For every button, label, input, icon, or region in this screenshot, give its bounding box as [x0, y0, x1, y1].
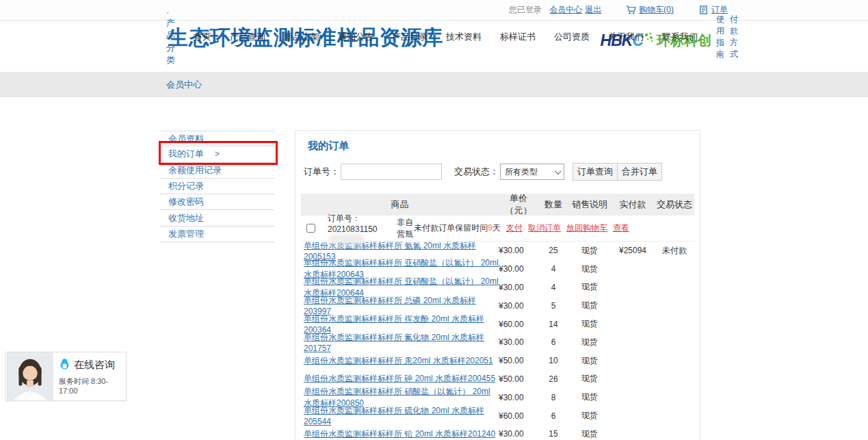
product-row: 单组份水质监测标样标样所 氟化物 20ml 水质标样201757 ¥30.00 …: [301, 333, 694, 352]
orders-panel: 我的订单 订单号： 交易状态： 所有类型 订单查询 合并订单 商品 单价（元） …: [295, 130, 700, 440]
sidebar-item-label: 余额使用记录: [168, 164, 222, 177]
order-no-input[interactable]: [341, 164, 442, 180]
chat-service-hours: 服务时间 8:30-17:00: [59, 376, 126, 395]
col-header-price: 单价（元）: [499, 192, 538, 217]
service-agent-avatar: [6, 352, 54, 400]
product-row: 单组份水质监测标样标样所 硫化物 20ml 水质标样205544 ¥60.00 …: [301, 406, 694, 425]
product-qty: 6: [538, 337, 568, 347]
sidebar-item[interactable]: 会员资料: [160, 131, 274, 146]
nav-item[interactable]: 标样证书: [500, 31, 536, 43]
sidebar-item-label: 发票管理: [168, 228, 204, 240]
sidebar-item[interactable]: 余额使用记录: [160, 163, 274, 179]
product-price: ¥30.00: [499, 283, 538, 292]
product-qty: 4: [538, 283, 568, 292]
col-header-qty: 数量: [538, 198, 568, 211]
orders-table: 商品 单价（元） 数量 销售说明 实付款 交易状态 订单号：2021083115…: [301, 194, 694, 440]
order-type-label: 非自营瓶: [397, 217, 414, 240]
sidebar-item[interactable]: 发票管理: [160, 227, 274, 242]
order-number: 订单号：20210831150: [328, 213, 390, 244]
bullet-icon: ·: [166, 7, 169, 17]
nav-item[interactable]: 通知公告: [338, 31, 373, 43]
online-chat-widget[interactable]: 在线咨询 服务时间 8:30-17:00: [5, 352, 127, 401]
order-search-button[interactable]: 订单查询: [573, 163, 618, 181]
sidebar-item-label: 修改密码: [168, 196, 204, 208]
product-row: 单组份水质监测标样标样所 挥发酚 20ml 水质标样200364 ¥60.00 …: [301, 315, 694, 333]
sidebar-item-label: 会员资料: [168, 133, 204, 145]
product-stock-note: 现货: [568, 410, 611, 422]
product-price: ¥50.00: [499, 374, 538, 384]
nav-payment-method[interactable]: 付款方式: [730, 14, 738, 60]
order-filter-bar: 订单号： 交易状态： 所有类型 订单查询 合并订单: [304, 163, 694, 181]
breadcrumb-bar: 会员中心: [0, 72, 868, 97]
nav-item[interactable]: 联系我们: [662, 31, 698, 43]
sidebar-item[interactable]: 修改密码: [160, 194, 274, 210]
nav-aux-links: 使用指南 付款方式: [716, 14, 738, 60]
product-link[interactable]: 单组份水质监测标样标样所 汞20ml 水质标样202051: [304, 356, 493, 365]
product-qty: 5: [538, 301, 568, 311]
retention-days-unit: 天: [492, 223, 501, 233]
nav-product-category[interactable]: ·产品分类: [166, 7, 175, 66]
product-row: 单组份水质监测标样标样所 汞20ml 水质标样202051 ¥50.00 10 …: [301, 352, 694, 370]
order-no-value: 20210831150: [328, 224, 378, 234]
order-no-prefix: 订单号：: [328, 213, 360, 223]
chat-widget-text: 在线咨询 服务时间 8:30-17:00: [54, 352, 126, 400]
status-label: 交易状态：: [454, 166, 499, 178]
nav-category-label: 产品分类: [166, 18, 175, 65]
nav-usage-guide[interactable]: 使用指南: [716, 14, 724, 60]
product-row: 单组份水质监测标样标样所 硝酸盐（以氮计） 20ml 水质标样200850 ¥3…: [301, 388, 694, 406]
return-to-cart-link[interactable]: 放回购物车: [566, 222, 607, 234]
retention-note: 未付款订单保留时间9天: [414, 222, 501, 234]
nav-item[interactable]: 首页: [194, 31, 211, 43]
col-header-sales-note: 销售说明: [568, 198, 611, 211]
page: 您已登录 会员中心退出 购物车(0) 订单 生态环境监测标准样品资源库 HBKC: [0, 0, 868, 440]
product-stock-note: 现货: [568, 281, 611, 293]
sidebar-item-label: 我的订单: [168, 148, 204, 160]
product-price: ¥50.00: [499, 356, 538, 365]
sidebar-item[interactable]: 积分记录: [160, 179, 274, 194]
product-qty: 6: [538, 411, 568, 421]
sidebar-item[interactable]: 收货地址: [160, 210, 274, 226]
product-stock-note: 现货: [568, 318, 611, 330]
chevron-down-icon: [555, 168, 562, 174]
product-stock-note: 现货: [568, 373, 611, 385]
product-stock-note: 现货: [568, 263, 611, 275]
product-link[interactable]: 单组份水质监测标样标样所 氟化物 20ml 水质标样201757: [304, 333, 484, 353]
nav-item[interactable]: 产品查询: [230, 31, 265, 43]
product-qty: 26: [538, 374, 568, 384]
cancel-order-link[interactable]: 取消订单: [528, 222, 561, 234]
product-stock-note: 现货: [568, 300, 611, 311]
chevron-right-icon: >: [215, 149, 220, 159]
nav-item[interactable]: 关于我们: [608, 31, 644, 43]
pay-link[interactable]: 支付: [506, 222, 523, 234]
order-actions: 未付款订单保留时间9天 支付 取消订单 放回购物车 查看: [414, 222, 629, 234]
view-link[interactable]: 查看: [613, 222, 629, 234]
product-qty: 8: [538, 393, 568, 402]
sidebar-menu: 会员资料 我的订单 > 余额使用记录 积分记录 修改密码: [160, 131, 274, 242]
product-price: ¥30.00: [499, 301, 538, 311]
product-link[interactable]: 单组份水质监测标样标样所 砷 20ml 水质标样200455: [304, 374, 495, 383]
nav-item[interactable]: 技术资料: [446, 31, 482, 43]
main-nav: ·产品分类 首页 产品查询 新品上架 通知公告 产品目录 技术资料 标样证书 公…: [166, 7, 728, 66]
breadcrumb[interactable]: 会员中心: [166, 72, 202, 97]
product-qty: 4: [538, 264, 568, 274]
sidebar-item-label: 收货地址: [168, 212, 204, 224]
status-select[interactable]: 所有类型: [500, 164, 564, 180]
product-qty: 10: [538, 356, 568, 365]
product-stock-note: 现货: [568, 428, 611, 440]
nav-item[interactable]: 公司资质: [554, 31, 590, 43]
product-link[interactable]: 单组份水质监测标样标样所 硫化物 20ml 水质标样205544: [304, 406, 484, 426]
product-stock-note: 现货: [568, 337, 611, 348]
order-checkbox[interactable]: [306, 224, 315, 233]
order-status: 未付款: [655, 245, 694, 257]
nav-item[interactable]: 新品上架: [284, 31, 319, 43]
sidebar-item-label: 积分记录: [168, 180, 204, 192]
product-qty: 15: [538, 429, 568, 439]
product-price: ¥30.00: [499, 246, 538, 255]
filter-buttons: 订单查询 合并订单: [573, 163, 662, 181]
status-select-value: 所有类型: [505, 166, 538, 178]
product-link[interactable]: 单组份水质监测标样标样所 铅 20ml 水质标样201240: [304, 429, 495, 439]
sidebar-item[interactable]: 我的订单 >: [160, 146, 274, 162]
merge-orders-button[interactable]: 合并订单: [617, 163, 662, 181]
product-row: 单组份水质监测标样标样所 亚硝酸盐（以氮计） 20ml 水质标样200644 ¥…: [301, 279, 694, 297]
nav-item[interactable]: 产品目录: [392, 31, 428, 43]
